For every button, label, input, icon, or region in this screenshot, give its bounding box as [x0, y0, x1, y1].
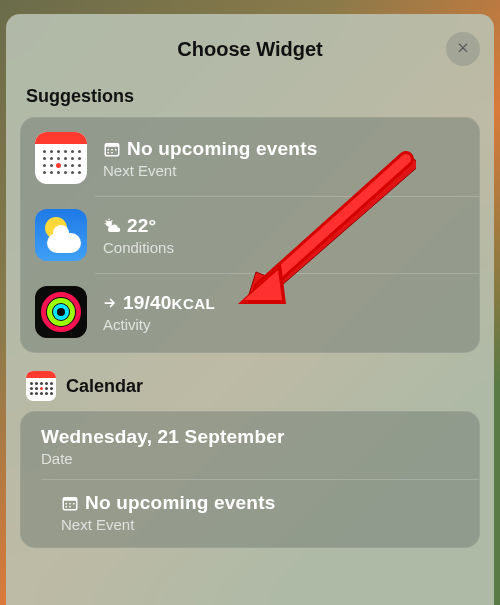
widget-title: No upcoming events	[127, 138, 317, 160]
close-button[interactable]	[446, 32, 480, 66]
svg-rect-4	[115, 149, 117, 151]
svg-rect-3	[111, 149, 113, 151]
widget-row-next-event[interactable]: No upcoming events Next Event	[21, 118, 479, 196]
choose-widget-sheet: Choose Widget Suggestions No	[6, 14, 494, 605]
sheet-header: Choose Widget	[20, 32, 480, 66]
svg-rect-6	[111, 152, 113, 154]
calendar-app-icon-small	[26, 371, 56, 401]
widget-subtitle: Date	[41, 450, 285, 467]
widget-row-next-event-2[interactable]: No upcoming events Next Event	[41, 479, 479, 547]
calendar-app-icon	[35, 132, 87, 184]
svg-rect-16	[73, 503, 75, 505]
svg-rect-14	[66, 503, 68, 505]
widget-row-date[interactable]: Wednesday, 21 September Date	[21, 412, 479, 479]
svg-rect-1	[105, 143, 119, 146]
sheet-title: Choose Widget	[177, 38, 322, 61]
calendar-grid-icon	[61, 494, 79, 512]
svg-line-10	[106, 220, 107, 221]
svg-rect-13	[63, 498, 77, 501]
svg-rect-15	[69, 503, 71, 505]
widget-subtitle: Activity	[103, 316, 215, 333]
activity-app-icon	[35, 286, 87, 338]
widget-subtitle: Conditions	[103, 239, 174, 256]
sun-cloud-icon	[103, 217, 121, 235]
suggestions-card: No upcoming events Next Event 22° Condit…	[20, 117, 480, 353]
arrow-right-icon	[103, 296, 117, 310]
widget-subtitle: Next Event	[61, 516, 275, 533]
svg-rect-5	[108, 152, 110, 154]
widget-title: No upcoming events	[85, 492, 275, 514]
calendar-grid-icon	[103, 140, 121, 158]
svg-line-11	[111, 220, 112, 221]
widget-row-activity[interactable]: 19/40KCAL Activity	[21, 274, 479, 352]
widget-title: Wednesday, 21 September	[41, 426, 285, 448]
widget-subtitle: Next Event	[103, 162, 317, 179]
svg-point-7	[106, 220, 112, 226]
section-header-calendar: Calendar	[26, 371, 480, 401]
svg-rect-17	[66, 506, 68, 508]
section-label-suggestions: Suggestions	[26, 86, 480, 107]
section-label-calendar: Calendar	[66, 376, 143, 397]
weather-app-icon	[35, 209, 87, 261]
svg-rect-2	[108, 149, 110, 151]
widget-title: 22°	[127, 215, 156, 237]
widget-title: 19/40KCAL	[123, 292, 215, 314]
close-icon	[456, 40, 470, 58]
widget-row-conditions[interactable]: 22° Conditions	[21, 197, 479, 273]
calendar-card: Wednesday, 21 September Date No upcoming…	[20, 411, 480, 548]
svg-rect-18	[69, 506, 71, 508]
